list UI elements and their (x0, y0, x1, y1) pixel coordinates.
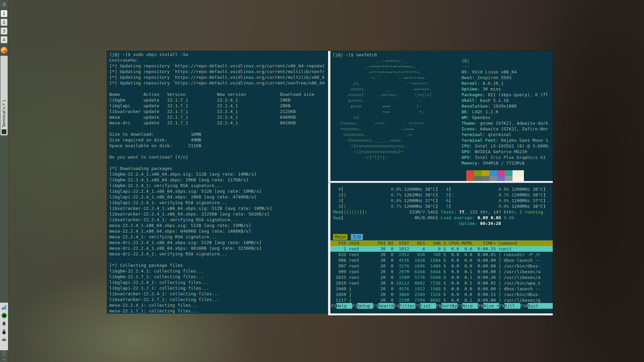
palette-swatch (505, 176, 513, 182)
palette-swatch (489, 170, 497, 176)
fkey-label-setup[interactable]: Setup (357, 303, 373, 309)
task-button-terminal[interactable]: Terminal n.º 1 › (0, 56, 8, 135)
terminal-output-xbps: [j@j ~]$ sudo xbps-install -Su Contraseñ… (107, 51, 328, 313)
workspace-button-4[interactable]: 4 (1, 36, 7, 43)
palette-swatch (466, 170, 474, 176)
terminal-icon: › (2, 129, 6, 134)
fkey-f5[interactable]: F5 (415, 303, 421, 309)
neofetch-info-uptime: Uptime: 30 mins (462, 86, 550, 92)
fkey-f4[interactable]: F4 (394, 303, 399, 309)
htop-tab-main[interactable]: Main (333, 234, 347, 240)
palette-swatch (505, 170, 513, 176)
fkey-f7[interactable]: F7 (457, 303, 463, 309)
firefox-icon[interactable] (1, 47, 7, 54)
process-row-832[interactable]: 832 root 20 0 2352 836 760 S 0.0 0.0 0:0… (330, 252, 553, 257)
fkey-f9[interactable]: F9 (499, 303, 504, 309)
palette-swatch (482, 170, 489, 176)
system-tray (0, 303, 8, 350)
neofetch-info-resolution: Resolution: 644x362 (462, 103, 550, 109)
palette-swatch (466, 176, 474, 182)
fkey-f2[interactable]: F2 (352, 303, 358, 309)
htop-function-key-bar: F1Help F2Setup F3SearchF4FilterF5List F6… (330, 303, 553, 309)
process-row-1[interactable]: 1 root 20 0 1012 4 0 S 0.0 0.0 0:00.25 r… (330, 246, 553, 252)
palette-swatch (513, 176, 524, 182)
neofetch-info-kernel: Kernel: 6.0.10_1 (462, 80, 550, 86)
fkey-f1[interactable]: F1 (331, 303, 336, 309)
desktop: ↺ 1234 Terminal n.º 1 › (0, 0, 644, 362)
terminal-window-htop[interactable]: 0[ 0.0% 1200MHz 38°C] 4[ 0.0% 1200MHz 38… (328, 183, 553, 315)
fkey-label-sortby[interactable]: SortBy (441, 303, 457, 309)
palette-swatch (474, 176, 482, 182)
palette-row-2 (466, 176, 524, 182)
htop-tab-i-o[interactable]: I/O (351, 234, 363, 240)
fkey-f6[interactable]: F6 (436, 303, 441, 309)
terminal-window-neofetch[interactable]: [j@j ~]$ neofetch __.;=====;.__ _.=+==++… (328, 51, 553, 183)
fkey-f8[interactable]: F8 (478, 303, 483, 309)
fkey-label-kill[interactable]: Kill (504, 303, 520, 309)
palette-swatch (482, 176, 489, 182)
recorder-icon[interactable] (1, 313, 7, 318)
void-linux-ascii-logo: __.;=====;.__ _.=+==++=++=+=+===;. -=+++… (332, 58, 435, 160)
neofetch-info-wm: WM: Openbox (462, 115, 550, 120)
neofetch-info-host: Host: Inspiron 5593 (462, 75, 550, 80)
palette-row-1 (466, 170, 524, 176)
neofetch-info: j@j---OS: Void Linux x86_64Host: Inspiro… (462, 58, 550, 166)
fkey-label-help[interactable]: Help (336, 303, 352, 309)
fkey-label-filter[interactable]: Filter (399, 303, 415, 309)
process-row-1050[interactable]: 1050 j 20 0 3860 2260 1524 S 0.0 0.0 0:0… (330, 292, 553, 297)
neofetch-prompt: [j@j ~]$ neofetch (332, 52, 377, 58)
neofetch-info-os: OS: Void Linux x86_64 (462, 69, 550, 75)
palette-swatch (497, 170, 505, 176)
fkey-label-list[interactable]: List (420, 303, 436, 309)
process-row-1025[interactable]: 1025 root 20 0 156M 5776 5048 S 0.0 0.1 … (330, 275, 553, 280)
process-row-999[interactable]: 999 root 20 0 297M 6168 5444 S 0.0 0.1 0… (330, 269, 553, 275)
htop-meters: 0[ 0.0% 1200MHz 38°C] 4[ 0.0% 1200MHz 38… (330, 186, 553, 226)
clock[interactable]: 12:10 (2, 351, 6, 362)
neofetch-info-icons: Icons: Adwaita [GTK2], Zafiro-Nor (462, 126, 550, 132)
fkey-label-nice-[interactable]: Nice - (462, 303, 478, 309)
neofetch-info-gpu: GPU: NVIDIA GeForce MX230 (462, 149, 550, 155)
process-row-1049[interactable]: 1049 j 20 0 4576 1912 1568 S 0.0 0.0 0:0… (330, 286, 553, 292)
fkey-label-nice-[interactable]: Nice + (483, 303, 499, 309)
fkey-f10[interactable]: F10 (520, 303, 528, 309)
neofetch-info-terminal-font: Terminal Font: DejaVu Sans Mono 1 (462, 137, 550, 143)
process-row-1117[interactable]: 1117 j 20 0 233M 7704 6692 S 0.0 0.1 0:0… (330, 297, 553, 303)
neofetch-info-de: DE: LXQt 1.2.0 (462, 109, 550, 115)
htop-process-table: 1 root 20 0 1012 4 0 S 0.0 0.0 0:00.25 r… (330, 246, 553, 303)
notifications-bell-icon[interactable] (1, 321, 7, 326)
terminal-window-xbps[interactable]: [j@j ~]$ sudo xbps-install -Su Contraseñ… (107, 51, 328, 313)
neofetch-info-theme: Theme: gnome [GTK2], Adwaita-dark (462, 120, 550, 126)
htop-column-header[interactable]: PID△USER PRI NI VIRT RES SHR S CPU% MEM%… (330, 240, 553, 246)
taskbar-panel: ↺ 1234 Terminal n.º 1 › (0, 0, 8, 362)
volume-icon[interactable] (1, 337, 7, 343)
palette-swatch (474, 170, 482, 176)
neofetch-info-cpu: CPU: Intel i5-1035G1 (8) @ 3.600G (462, 143, 550, 149)
workspace-button-3[interactable]: 3 (1, 27, 7, 35)
process-row-1029[interactable]: 1029 root 20 0 10112 8092 7236 S 0.0 0.1… (330, 280, 553, 286)
removable-media-icon[interactable] (1, 329, 7, 335)
workspace-switcher: 1234 (0, 10, 8, 45)
swirl-menu-icon[interactable]: ↺ (0, 0, 9, 10)
terminal-color-palette (466, 170, 524, 182)
palette-swatch (497, 176, 505, 182)
workspace-button-1[interactable]: 1 (1, 10, 7, 17)
process-row-996[interactable]: 996 root 20 0 4576 1928 1584 S 0.0 0.0 0… (330, 257, 553, 263)
neofetch-info-shell: Shell: bash 5.1.16 (462, 98, 550, 103)
palette-swatch (489, 176, 497, 182)
fkey-label-quit[interactable]: Quit (528, 303, 553, 309)
fkey-label-search[interactable]: Search (378, 303, 394, 309)
neofetch-info-terminal: Terminal: qterminal (462, 132, 550, 137)
palette-swatch (513, 170, 524, 176)
fkey-f3[interactable]: F3 (373, 303, 378, 309)
network-icon[interactable] (1, 305, 7, 310)
neofetch-info-gpu: GPU: Intel Iris Plus Graphics G1 (462, 155, 550, 160)
task-button-label: Terminal n.º 1 (2, 100, 6, 127)
htop-tabs: MainI/O (333, 234, 363, 240)
neofetch-info-packages: Packages: 821 (xbps-query), 6 (fl (462, 92, 550, 98)
neofetch-info-memory: Memory: 594MiB / 7722MiB (462, 160, 550, 166)
workspace-button-2[interactable]: 2 (1, 19, 7, 26)
process-row-997[interactable]: 997 root 20 0 3276 1696 1480 S 0.0 0.0 0… (330, 263, 553, 269)
